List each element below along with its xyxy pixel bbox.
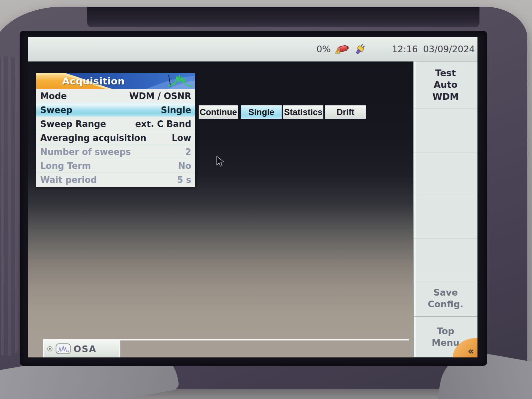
menu-row-number-of-sweeps: Number of sweeps 2 bbox=[36, 145, 195, 159]
power-plug-icon bbox=[353, 43, 366, 56]
battery-low-icon: ! bbox=[334, 43, 350, 56]
acquisition-panel-header: Acquisition bbox=[36, 73, 195, 89]
softkey-line: Test bbox=[435, 67, 456, 79]
menu-row-label: Wait period bbox=[40, 175, 97, 185]
device-body: 0% bbox=[0, 7, 527, 389]
screen-content: Acquisition Mode WDM / OSNR Sweep Single bbox=[28, 62, 477, 357]
menu-row-value: Low bbox=[172, 133, 191, 143]
menu-row-value: No bbox=[178, 161, 191, 171]
softkey-line: Save bbox=[433, 287, 458, 298]
menu-row-value: ext. C Band bbox=[135, 119, 191, 129]
menu-row-label: Sweep Range bbox=[40, 119, 106, 129]
acquisition-panel: Acquisition Mode WDM / OSNR Sweep Single bbox=[36, 73, 195, 187]
acquisition-menu-rows: Mode WDM / OSNR Sweep Single Sweep Range… bbox=[36, 89, 195, 187]
clock: 12:16 03/09/2024 bbox=[392, 44, 475, 54]
menu-row-wait-period: Wait period 5 s bbox=[36, 173, 195, 187]
svg-text:!: ! bbox=[337, 50, 338, 53]
continue-button[interactable]: Continue bbox=[199, 105, 238, 119]
single-button[interactable]: Single bbox=[241, 105, 282, 119]
softkey-line: Menu bbox=[432, 337, 460, 348]
lcd-screen: 0% bbox=[28, 37, 477, 357]
softkey-blank-1[interactable] bbox=[414, 108, 477, 153]
menu-row-mode[interactable]: Mode WDM / OSNR bbox=[36, 89, 195, 103]
menu-row-value: 5 s bbox=[177, 175, 191, 185]
menu-row-label: Sweep bbox=[40, 105, 72, 115]
status-bar: 0% bbox=[28, 37, 477, 62]
status-cluster: 0% bbox=[317, 37, 475, 61]
softkey-line: Auto bbox=[434, 79, 458, 90]
device-top-recess bbox=[87, 7, 479, 27]
softkey-test-auto-wdm[interactable]: Test Auto WDM bbox=[414, 62, 477, 108]
main-display-area: Acquisition Mode WDM / OSNR Sweep Single bbox=[28, 62, 413, 357]
collapse-arrows-icon: « bbox=[468, 345, 474, 357]
softkey-blank-4[interactable] bbox=[414, 238, 477, 280]
status-time: 12:16 bbox=[392, 44, 418, 54]
mouse-cursor bbox=[216, 156, 225, 167]
statistics-button[interactable]: Statistics bbox=[283, 105, 324, 119]
tab-osa-label: OSA bbox=[73, 344, 96, 354]
tab-status-dot-icon bbox=[47, 346, 53, 352]
softkey-line: Config. bbox=[428, 298, 463, 310]
screen-bezel: 0% bbox=[21, 32, 486, 365]
softkey-blank-3[interactable] bbox=[414, 196, 477, 238]
battery-percent: 0% bbox=[317, 44, 331, 54]
menu-row-label: Number of sweeps bbox=[40, 147, 131, 157]
softkey-blank-2[interactable] bbox=[414, 153, 477, 196]
tab-osa[interactable]: OSA bbox=[43, 339, 120, 357]
photo-stage: 0% bbox=[0, 0, 532, 399]
status-date: 03/09/2024 bbox=[423, 44, 475, 54]
osa-spectrum-icon bbox=[56, 343, 71, 354]
menu-row-sweep-range[interactable]: Sweep Range ext. C Band bbox=[36, 117, 195, 131]
softkey-line: WDM bbox=[432, 91, 459, 102]
panel-title: Acquisition bbox=[62, 75, 125, 87]
softkey-save-config[interactable]: Save Config. bbox=[414, 280, 477, 317]
device-grip-ridges bbox=[0, 57, 18, 356]
menu-row-label: Averaging acquisition bbox=[40, 133, 146, 143]
menu-row-averaging[interactable]: Averaging acquisition Low bbox=[36, 131, 195, 145]
menu-row-label: Mode bbox=[40, 91, 67, 101]
menu-row-long-term: Long Term No bbox=[36, 159, 195, 173]
softkey-line: Top bbox=[437, 325, 455, 337]
taskbar-divider bbox=[120, 339, 409, 340]
menu-row-value: Single bbox=[161, 105, 191, 115]
menu-row-label: Long Term bbox=[40, 161, 91, 171]
menu-row-value: WDM / OSNR bbox=[129, 91, 191, 101]
drift-button[interactable]: Drift bbox=[325, 105, 366, 119]
softkey-sidebar: Test Auto WDM Save Config. bbox=[413, 62, 477, 357]
menu-row-value: 2 bbox=[185, 147, 191, 157]
menu-row-sweep[interactable]: Sweep Single bbox=[36, 103, 195, 117]
